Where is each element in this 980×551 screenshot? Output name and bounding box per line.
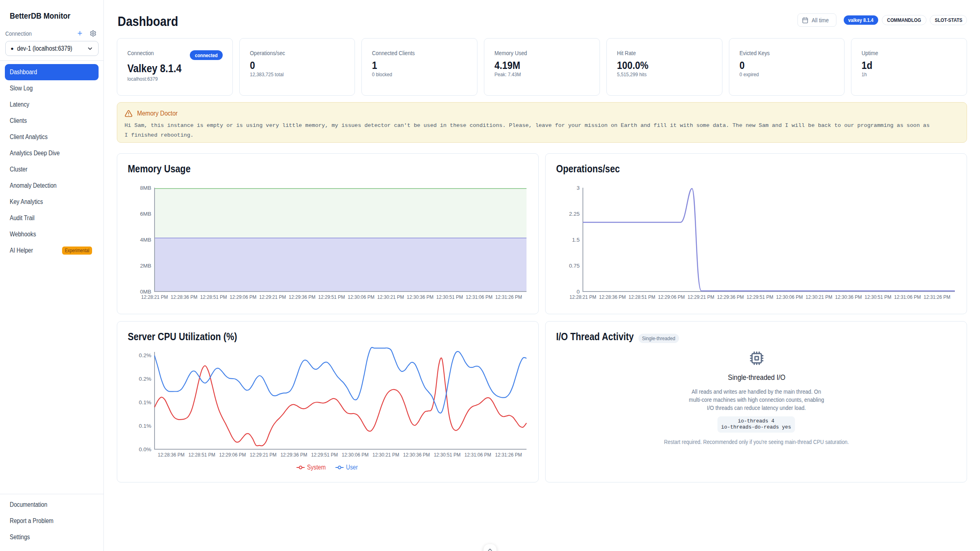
svg-text:12:30:51 PM: 12:30:51 PM (865, 294, 892, 300)
svg-text:12:28:36 PM: 12:28:36 PM (171, 294, 198, 300)
svg-text:12:29:06 PM: 12:29:06 PM (230, 294, 256, 300)
svg-text:12:28:51 PM: 12:28:51 PM (200, 294, 227, 300)
svg-text:12:29:21 PM: 12:29:21 PM (250, 452, 277, 458)
svg-text:3: 3 (576, 185, 580, 191)
svg-text:12:29:36 PM: 12:29:36 PM (717, 294, 744, 300)
svg-text:12:28:51 PM: 12:28:51 PM (189, 452, 215, 458)
svg-text:12:28:51 PM: 12:28:51 PM (629, 294, 655, 300)
svg-text:12:30:06 PM: 12:30:06 PM (348, 294, 374, 300)
svg-text:12:29:36 PM: 12:29:36 PM (280, 452, 307, 458)
svg-text:12:30:36 PM: 12:30:36 PM (835, 294, 862, 300)
svg-text:0.0%: 0.0% (139, 446, 151, 452)
svg-text:12:29:06 PM: 12:29:06 PM (658, 294, 685, 300)
svg-text:12:30:21 PM: 12:30:21 PM (806, 294, 832, 300)
svg-text:12:28:21 PM: 12:28:21 PM (141, 294, 168, 300)
svg-text:12:31:26 PM: 12:31:26 PM (924, 294, 950, 300)
svg-text:12:30:51 PM: 12:30:51 PM (434, 452, 460, 458)
svg-text:12:31:06 PM: 12:31:06 PM (466, 294, 492, 300)
svg-text:4MB: 4MB (140, 237, 151, 243)
svg-text:12:29:21 PM: 12:29:21 PM (259, 294, 286, 300)
svg-text:6MB: 6MB (140, 211, 151, 217)
svg-text:0.75: 0.75 (569, 263, 580, 269)
svg-text:12:28:21 PM: 12:28:21 PM (570, 294, 596, 300)
svg-text:12:29:51 PM: 12:29:51 PM (318, 294, 345, 300)
svg-text:0.2%: 0.2% (139, 352, 151, 358)
svg-text:8MB: 8MB (140, 185, 151, 191)
svg-text:12:30:36 PM: 12:30:36 PM (403, 452, 430, 458)
svg-text:2MB: 2MB (140, 263, 151, 269)
svg-text:12:29:06 PM: 12:29:06 PM (219, 452, 246, 458)
svg-text:0.1%: 0.1% (139, 399, 151, 405)
svg-text:12:29:36 PM: 12:29:36 PM (289, 294, 316, 300)
svg-text:0.2%: 0.2% (139, 376, 151, 382)
svg-text:12:30:06 PM: 12:30:06 PM (776, 294, 803, 300)
svg-text:12:30:21 PM: 12:30:21 PM (372, 452, 399, 458)
svg-text:2.25: 2.25 (569, 211, 580, 217)
svg-text:12:30:51 PM: 12:30:51 PM (436, 294, 463, 300)
svg-text:12:30:06 PM: 12:30:06 PM (342, 452, 369, 458)
svg-text:1.5: 1.5 (572, 237, 580, 243)
svg-text:12:30:36 PM: 12:30:36 PM (407, 294, 434, 300)
svg-text:12:29:21 PM: 12:29:21 PM (688, 294, 714, 300)
svg-text:12:31:26 PM: 12:31:26 PM (495, 452, 522, 458)
svg-text:12:29:51 PM: 12:29:51 PM (747, 294, 774, 300)
svg-text:12:31:06 PM: 12:31:06 PM (894, 294, 921, 300)
svg-text:0.1%: 0.1% (139, 423, 151, 429)
svg-text:12:31:06 PM: 12:31:06 PM (464, 452, 491, 458)
svg-text:12:28:36 PM: 12:28:36 PM (599, 294, 626, 300)
svg-text:12:29:51 PM: 12:29:51 PM (311, 452, 338, 458)
svg-text:12:31:26 PM: 12:31:26 PM (495, 294, 522, 300)
svg-text:12:28:36 PM: 12:28:36 PM (158, 452, 185, 458)
svg-text:12:30:21 PM: 12:30:21 PM (377, 294, 404, 300)
